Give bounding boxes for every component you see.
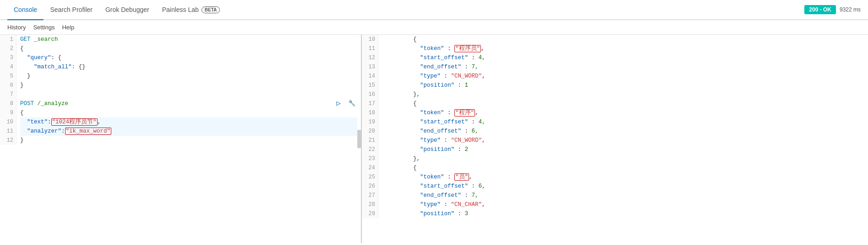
code-line-10: "text":"1024程序员节", (20, 117, 357, 127)
top-nav: Console Search Profiler Grok Debugger Pa… (0, 0, 868, 20)
help-button[interactable]: Help (62, 23, 74, 32)
output-line-15: "position" : 1 (386, 81, 864, 90)
code-line-11: "analyzer":"ik_max_word" (20, 127, 357, 136)
code-line-12: } (20, 136, 357, 145)
output-line-19: "start_offset" : 4, (386, 117, 864, 127)
output-line-13: "end_offset" : 7, (386, 62, 864, 72)
line-actions: ▷ 🔧 (334, 99, 357, 108)
code-area: 1 2 3 4 5 6 7 8 9 10 11 12 GET _search (0, 35, 361, 145)
code-line-2: { (20, 44, 357, 53)
token-highlight-text: "1024程序员节" (51, 118, 98, 126)
output-line-16: }, (386, 90, 864, 99)
token-chengxu: "程序" (454, 109, 475, 117)
time-badge: 9322 ms (840, 6, 861, 13)
output-line-23: }, (386, 154, 864, 163)
output-line-22: "position" : 2 (386, 145, 864, 154)
code-lines[interactable]: GET _search { "query": { "match_all": {} (16, 35, 361, 145)
status-badge: 200 - OK (804, 5, 836, 14)
editor-panel: 1 2 3 4 5 6 7 8 9 10 11 12 GET _search (0, 35, 362, 243)
output-line-27: "end_offset" : 7, (386, 191, 864, 200)
token-chengxuyuan: "程序员" (454, 45, 481, 52)
output-code: 10 11 12 13 14 15 16 17 18 19 20 21 22 2… (362, 35, 868, 218)
code-line-4: "match_all": {} (20, 62, 357, 72)
beta-badge: BETA (202, 6, 220, 13)
output-lines: { "token" : "程序员", "start_offset" : 4, "… (378, 35, 868, 218)
code-line-8: POST /_analyze ▷ 🔧 (20, 99, 357, 108)
output-line-21: "type" : "CN_WORD", (386, 136, 864, 145)
header-status-area: 200 - OK 9322 ms (804, 5, 861, 14)
toolbar: History Settings Help (0, 20, 868, 35)
output-line-12: "start_offset" : 4, (386, 53, 864, 62)
output-line-17: { (386, 99, 864, 108)
play-button[interactable]: ▷ (334, 99, 343, 108)
output-line-numbers: 10 11 12 13 14 15 16 17 18 19 20 21 22 2… (362, 35, 378, 218)
output-line-20: "end_offset" : 6, (386, 127, 864, 136)
history-button[interactable]: History (7, 23, 26, 32)
output-line-14: "type" : "CN_WORD", (386, 72, 864, 81)
output-line-18: "token" : "程序", (386, 108, 864, 117)
editor-content[interactable]: 1 2 3 4 5 6 7 8 9 10 11 12 GET _search (0, 35, 361, 243)
code-line-7 (20, 90, 357, 99)
output-line-26: "start_offset" : 6, (386, 182, 864, 191)
tab-painless-lab[interactable]: Painless Lab BETA (156, 0, 227, 20)
wrench-button[interactable]: 🔧 (346, 99, 357, 108)
output-line-29: "position" : 3 (386, 209, 864, 218)
output-line-28: "type" : "CN_CHAR", (386, 200, 864, 209)
output-line-25: "token" : "员", (386, 173, 864, 182)
tab-search-profiler[interactable]: Search Profiler (44, 0, 99, 20)
token-yuan: "员" (454, 173, 469, 181)
tab-grok-debugger[interactable]: Grok Debugger (99, 0, 156, 20)
drag-handle[interactable] (357, 130, 361, 148)
main-area: 1 2 3 4 5 6 7 8 9 10 11 12 GET _search (0, 35, 868, 243)
output-line-11: "token" : "程序员", (386, 44, 864, 53)
code-line-9: { (20, 108, 357, 117)
output-line-10: { (386, 35, 864, 44)
token-highlight-analyzer: "ik_max_word" (65, 128, 112, 135)
code-line-6: } (20, 81, 357, 90)
code-line-1: GET _search (20, 35, 357, 44)
line-numbers: 1 2 3 4 5 6 7 8 9 10 11 12 (0, 35, 16, 145)
tab-console[interactable]: Console (7, 0, 44, 20)
output-line-24: { (386, 163, 864, 173)
settings-button[interactable]: Settings (33, 23, 55, 32)
code-line-5: } (20, 72, 357, 81)
code-line-3: "query": { (20, 53, 357, 62)
output-panel[interactable]: 10 11 12 13 14 15 16 17 18 19 20 21 22 2… (362, 35, 868, 243)
